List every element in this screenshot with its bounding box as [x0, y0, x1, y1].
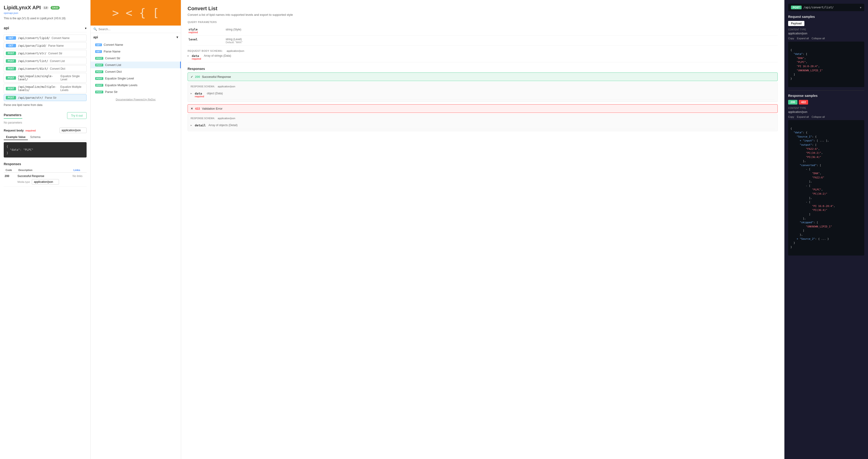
json-open-brace: {: [790, 49, 792, 52]
left-panel: LipidLynxX API 1.0 OAS3 openapi.json Thi…: [0, 0, 91, 459]
expand-icon[interactable]: ▸: [191, 92, 192, 95]
endpoint-path: /api/equalize/single-level/: [18, 75, 59, 81]
request-body-schema-type: application/json: [226, 50, 244, 52]
nav-item-convert-str[interactable]: POST Convert Str: [91, 55, 181, 62]
copy-button[interactable]: Copy: [788, 37, 794, 40]
resp-row-200[interactable]: ✓ 200 Successful Response: [188, 73, 778, 81]
nav-post-badge: POST: [95, 77, 103, 80]
nav-item-parse-str[interactable]: POST Parse Str: [91, 88, 181, 95]
content-type-select[interactable]: application/json: [59, 127, 87, 133]
resp-copy-button[interactable]: Copy: [788, 115, 794, 118]
nav-item-label: Equalize Multiple Levels: [105, 83, 137, 87]
nav-item-equalize-single[interactable]: POST Equalize Single Level: [91, 75, 181, 82]
endpoint-get-convert-lipid[interactable]: GET /api/convert/lipid/ Convert Name: [4, 35, 87, 41]
response-json-block: { "data": { "Source_1": { + "input": [ .…: [788, 120, 864, 256]
nav-api-header[interactable]: api ▾: [91, 33, 181, 41]
resp-links-200: No links: [72, 173, 87, 187]
payload-button[interactable]: Payload: [788, 21, 804, 26]
param-required-style: required: [188, 31, 224, 34]
nav-post-badge: POST: [95, 91, 103, 93]
endpoint-desc: Convert Dict: [50, 67, 65, 70]
main-content-panel: Convert List Convert a list of lipid nam…: [181, 0, 784, 459]
schema-name-data: data: [192, 54, 199, 58]
expand-icon[interactable]: ▸: [188, 54, 189, 57]
chevron-down-icon: ✕: [191, 107, 193, 110]
example-schema-tabs: Example Value Schema: [4, 135, 87, 140]
resp-422-schema-section: RESPONSE SCHEMA: application/json ▸ deta…: [188, 114, 778, 131]
resp-200-schema-label: RESPONSE SCHEMA:: [191, 85, 215, 88]
table-row: 200 Successful Response Media type appli…: [4, 173, 87, 187]
schema-row-data: ▸ data required Array of strings (Data): [188, 52, 778, 62]
resp-expand-all-button[interactable]: Expand all: [797, 115, 809, 118]
resp-data-name: data: [195, 92, 202, 95]
resp-200-field-data: ▸ data required object (Data): [191, 90, 775, 100]
resp-detail-type: Array of objects (Detail): [209, 123, 238, 127]
schema-type-data: Array of strings (Data): [204, 54, 231, 57]
endpoint-path: /api/parse/lipid/: [18, 44, 46, 48]
endpoint-path: /api/convert/list/: [18, 59, 48, 63]
media-type-select[interactable]: application/json: [32, 179, 59, 185]
chevron-down-icon[interactable]: ▾: [85, 27, 87, 30]
param-type-style: string (Style): [226, 28, 241, 31]
endpoint-post-convert-str[interactable]: POST /api/convert/str/ Convert Str: [4, 50, 87, 57]
resp-200-schema-type: application/json: [218, 85, 236, 88]
endpoint-post-convert-list[interactable]: POST /api/convert/list/ Convert List: [4, 58, 87, 64]
openapi-link[interactable]: openapi.json: [4, 11, 87, 15]
endpoint-desc: Parse Name: [48, 44, 64, 48]
endpoint-desc: Convert Name: [52, 36, 69, 40]
nav-item-parse-name[interactable]: GET Parse Name: [91, 48, 181, 55]
resp-tab-200[interactable]: 200: [788, 100, 798, 105]
endpoint-url: /api/convert/list/: [803, 6, 858, 9]
resp-code-200: 200: [4, 173, 17, 187]
nav-post-badge: POST: [95, 84, 103, 87]
method-badge-post: POST: [6, 67, 16, 70]
expand-icon[interactable]: ▸: [191, 123, 192, 127]
resp-tab-422[interactable]: 422: [799, 100, 808, 105]
resp-detail-name: detail: [195, 123, 206, 127]
endpoint-post-convert-dict[interactable]: POST /api/convert/dict/ Convert Dict: [4, 65, 87, 72]
nav-item-label: Convert Dict: [105, 70, 122, 74]
example-code-block: { "data": "PLPC" }: [4, 142, 87, 157]
no-params-text: No parameters: [4, 121, 87, 124]
endpoint-post-equalize-single[interactable]: POST /api/equalize/single-level/ Equaliz…: [4, 73, 87, 83]
nav-item-convert-list[interactable]: POST Convert List: [91, 62, 181, 68]
endpoint-post-parse-str[interactable]: POST /api/parse/str/ Parse Str: [4, 94, 87, 101]
resp-data-type: object (Data): [207, 92, 223, 95]
resp-422-schema-type: application/json: [218, 117, 236, 120]
api-section-header: api ▾: [4, 24, 87, 32]
collapse-all-button[interactable]: Collapse all: [812, 37, 825, 40]
tab-example-value[interactable]: Example Value: [4, 135, 28, 140]
expand-all-button[interactable]: Expand all: [797, 37, 809, 40]
try-it-button[interactable]: Try it out: [67, 112, 87, 119]
param-name-level: level: [188, 38, 197, 41]
parameters-title: Parameters: [4, 113, 22, 117]
query-params-label: QUERY PARAMETERS: [188, 21, 778, 24]
version-badge: 1.0: [43, 6, 49, 9]
nav-get-badge: GET: [95, 44, 102, 46]
oas-badge: OAS3: [51, 6, 60, 9]
search-input[interactable]: [98, 27, 178, 31]
method-badge-get: GET: [6, 44, 16, 48]
resp-collapse-all-button[interactable]: Collapse all: [812, 115, 825, 118]
col-desc: Description: [17, 168, 71, 173]
content-type-value: application/json: [788, 32, 864, 35]
endpoint-post-equalize-multiple[interactable]: POST /api/equalize/multiple-levels/ Equa…: [4, 84, 87, 93]
tab-schema[interactable]: Schema: [28, 135, 43, 140]
nav-item-convert-dict[interactable]: POST Convert Dict: [91, 68, 181, 75]
resp-200-schema-section: RESPONSE SCHEMA: application/json ▸ data…: [188, 83, 778, 102]
request-body-label: Request body: [4, 129, 24, 132]
resp-desc-422: Validation Error: [202, 107, 223, 110]
nav-api-label: api: [93, 35, 98, 39]
endpoint-get-parse-lipid[interactable]: GET /api/parse/lipid/ Parse Name: [4, 42, 87, 49]
nav-item-label: Parse Name: [104, 50, 121, 53]
nav-item-convert-name[interactable]: GET Convert Name: [91, 41, 181, 48]
parameters-underline: [4, 118, 22, 119]
redoc-link[interactable]: Documentation Powered by ReDoc: [91, 95, 181, 104]
resp-row-422[interactable]: ✕ 422 Validation Error: [188, 104, 778, 113]
endpoint-path: /api/equalize/multiple-levels/: [18, 85, 59, 92]
param-row-level: level string (Level) Default: "MAX": [188, 36, 778, 46]
nav-get-badge: GET: [95, 50, 102, 53]
expand-icon[interactable]: ▾: [860, 6, 862, 9]
nav-item-label: Convert Str: [105, 56, 121, 60]
nav-item-equalize-multiple[interactable]: POST Equalize Multiple Levels: [91, 82, 181, 88]
